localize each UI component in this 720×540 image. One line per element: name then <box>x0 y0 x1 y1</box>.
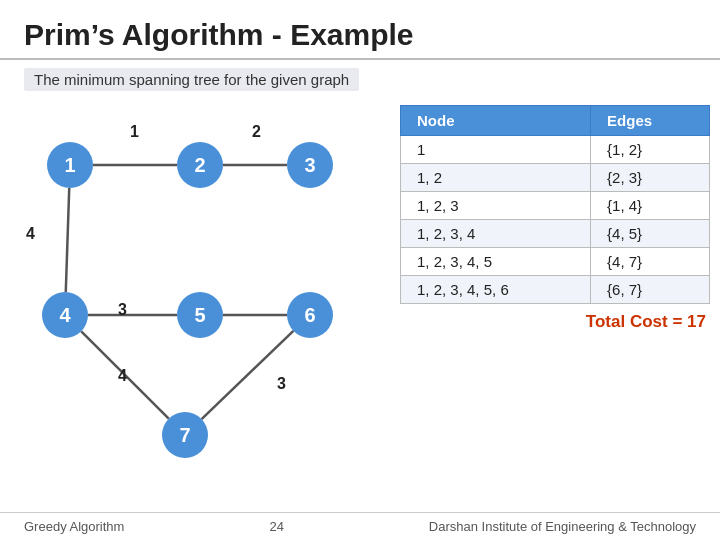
footer-center: 24 <box>269 519 283 534</box>
edge-label-1-2: 1 <box>130 123 139 141</box>
footer-right: Darshan Institute of Engineering & Techn… <box>429 519 696 534</box>
table-cell-node-2: 1, 2, 3 <box>401 192 591 220</box>
table-cell-edges-5: {6, 7} <box>591 276 710 304</box>
page-title: Prim’s Algorithm - Example <box>0 0 720 60</box>
table-cell-node-4: 1, 2, 3, 4, 5 <box>401 248 591 276</box>
node-2: 2 <box>177 142 223 188</box>
table-cell-edges-0: {1, 2} <box>591 136 710 164</box>
node-3: 3 <box>287 142 333 188</box>
node-4: 4 <box>42 292 88 338</box>
table-cell-edges-1: {2, 3} <box>591 164 710 192</box>
table-cell-edges-3: {4, 5} <box>591 220 710 248</box>
node-1: 1 <box>47 142 93 188</box>
graph-area: 1 2 3 4 5 6 7 1 2 4 3 4 3 <box>10 105 390 475</box>
table-cell-edges-4: {4, 7} <box>591 248 710 276</box>
edge-label-1-4: 4 <box>26 225 35 243</box>
node-6: 6 <box>287 292 333 338</box>
footer: Greedy Algorithm 24 Darshan Institute of… <box>0 512 720 540</box>
total-cost: Total Cost = 17 <box>400 312 710 332</box>
table-cell-edges-2: {1, 4} <box>591 192 710 220</box>
subtitle: The minimum spanning tree for the given … <box>24 68 359 91</box>
footer-left: Greedy Algorithm <box>24 519 124 534</box>
edge-label-4-5: 3 <box>118 301 127 319</box>
table-cell-node-5: 1, 2, 3, 4, 5, 6 <box>401 276 591 304</box>
edge-label-2-3: 2 <box>252 123 261 141</box>
table-cell-node-1: 1, 2 <box>401 164 591 192</box>
table-cell-node-3: 1, 2, 3, 4 <box>401 220 591 248</box>
col-header-edges: Edges <box>591 106 710 136</box>
table-area: Node Edges 1{1, 2}1, 2{2, 3}1, 2, 3{1, 4… <box>400 105 710 475</box>
col-header-node: Node <box>401 106 591 136</box>
result-table: Node Edges 1{1, 2}1, 2{2, 3}1, 2, 3{1, 4… <box>400 105 710 304</box>
node-7: 7 <box>162 412 208 458</box>
svg-line-2 <box>66 188 69 292</box>
edge-label-4-7: 4 <box>118 367 127 385</box>
table-cell-node-0: 1 <box>401 136 591 164</box>
node-5: 5 <box>177 292 223 338</box>
edge-label-6-7: 3 <box>277 375 286 393</box>
